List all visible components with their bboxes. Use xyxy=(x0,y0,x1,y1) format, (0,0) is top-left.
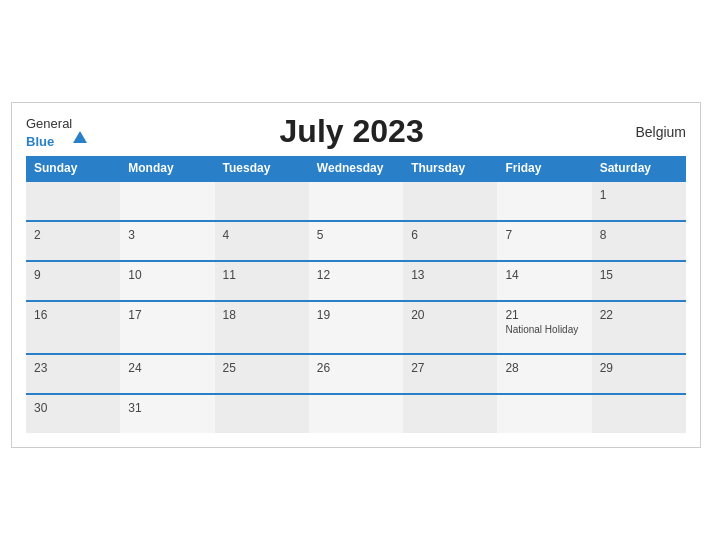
calendar-cell: 27 xyxy=(403,354,497,394)
calendar-cell: 20 xyxy=(403,301,497,354)
calendar-cell: 21National Holiday xyxy=(497,301,591,354)
calendar-cell xyxy=(403,394,497,433)
day-number: 17 xyxy=(128,308,206,322)
day-number: 10 xyxy=(128,268,206,282)
day-number: 29 xyxy=(600,361,678,375)
calendar-cell: 2 xyxy=(26,221,120,261)
calendar-cell: 25 xyxy=(215,354,309,394)
calendar-cell: 6 xyxy=(403,221,497,261)
calendar-cell xyxy=(309,181,403,221)
day-event: National Holiday xyxy=(505,324,583,335)
day-number: 7 xyxy=(505,228,583,242)
calendar-cell: 19 xyxy=(309,301,403,354)
week-row-1: 1 xyxy=(26,181,686,221)
calendar-cell: 18 xyxy=(215,301,309,354)
day-number: 5 xyxy=(317,228,395,242)
calendar-cell: 15 xyxy=(592,261,686,301)
day-number: 1 xyxy=(600,188,678,202)
weekday-header-sunday: Sunday xyxy=(26,156,120,181)
day-number: 12 xyxy=(317,268,395,282)
calendar-cell xyxy=(215,181,309,221)
weekday-header-friday: Friday xyxy=(497,156,591,181)
calendar-cell: 10 xyxy=(120,261,214,301)
day-number: 24 xyxy=(128,361,206,375)
logo-general: General xyxy=(26,116,72,131)
day-number: 16 xyxy=(34,308,112,322)
weekday-header-tuesday: Tuesday xyxy=(215,156,309,181)
calendar-table: SundayMondayTuesdayWednesdayThursdayFrid… xyxy=(26,156,686,433)
day-number: 2 xyxy=(34,228,112,242)
calendar-cell: 13 xyxy=(403,261,497,301)
country-label: Belgium xyxy=(616,124,686,140)
calendar-cell: 26 xyxy=(309,354,403,394)
day-number: 23 xyxy=(34,361,112,375)
week-row-4: 161718192021National Holiday22 xyxy=(26,301,686,354)
day-number: 18 xyxy=(223,308,301,322)
day-number: 20 xyxy=(411,308,489,322)
day-number: 3 xyxy=(128,228,206,242)
day-number: 21 xyxy=(505,308,583,322)
day-number: 13 xyxy=(411,268,489,282)
day-number: 15 xyxy=(600,268,678,282)
calendar: General Blue July 2023 Belgium SundayMon… xyxy=(11,102,701,448)
calendar-cell: 23 xyxy=(26,354,120,394)
week-row-3: 9101112131415 xyxy=(26,261,686,301)
day-number: 22 xyxy=(600,308,678,322)
day-number: 27 xyxy=(411,361,489,375)
calendar-header: General Blue July 2023 Belgium xyxy=(26,113,686,150)
weekday-header-monday: Monday xyxy=(120,156,214,181)
day-number: 19 xyxy=(317,308,395,322)
calendar-cell xyxy=(403,181,497,221)
calendar-cell: 30 xyxy=(26,394,120,433)
calendar-cell: 22 xyxy=(592,301,686,354)
calendar-cell: 4 xyxy=(215,221,309,261)
month-title: July 2023 xyxy=(87,113,616,150)
calendar-cell: 16 xyxy=(26,301,120,354)
calendar-cell xyxy=(215,394,309,433)
day-number: 25 xyxy=(223,361,301,375)
calendar-cell: 11 xyxy=(215,261,309,301)
day-number: 28 xyxy=(505,361,583,375)
calendar-cell: 7 xyxy=(497,221,591,261)
day-number: 14 xyxy=(505,268,583,282)
weekday-header-thursday: Thursday xyxy=(403,156,497,181)
calendar-cell: 31 xyxy=(120,394,214,433)
calendar-cell xyxy=(120,181,214,221)
calendar-cell xyxy=(497,394,591,433)
weekday-header-saturday: Saturday xyxy=(592,156,686,181)
logo-triangle-icon xyxy=(73,114,87,143)
week-row-2: 2345678 xyxy=(26,221,686,261)
day-number: 6 xyxy=(411,228,489,242)
weekday-header-row: SundayMondayTuesdayWednesdayThursdayFrid… xyxy=(26,156,686,181)
weekday-header-wednesday: Wednesday xyxy=(309,156,403,181)
week-row-6: 3031 xyxy=(26,394,686,433)
day-number: 8 xyxy=(600,228,678,242)
day-number: 9 xyxy=(34,268,112,282)
week-row-5: 23242526272829 xyxy=(26,354,686,394)
calendar-cell: 1 xyxy=(592,181,686,221)
day-number: 11 xyxy=(223,268,301,282)
calendar-cell: 24 xyxy=(120,354,214,394)
day-number: 31 xyxy=(128,401,206,415)
day-number: 30 xyxy=(34,401,112,415)
calendar-cell: 28 xyxy=(497,354,591,394)
calendar-cell: 3 xyxy=(120,221,214,261)
calendar-cell: 14 xyxy=(497,261,591,301)
calendar-cell xyxy=(309,394,403,433)
calendar-cell xyxy=(592,394,686,433)
logo: General Blue xyxy=(26,114,87,150)
calendar-cell xyxy=(497,181,591,221)
calendar-cell: 12 xyxy=(309,261,403,301)
calendar-cell: 17 xyxy=(120,301,214,354)
logo-blue: Blue xyxy=(26,134,54,149)
calendar-cell: 29 xyxy=(592,354,686,394)
calendar-cell xyxy=(26,181,120,221)
day-number: 26 xyxy=(317,361,395,375)
day-number: 4 xyxy=(223,228,301,242)
logo-text-block: General Blue xyxy=(26,114,87,150)
calendar-cell: 8 xyxy=(592,221,686,261)
calendar-cell: 5 xyxy=(309,221,403,261)
calendar-cell: 9 xyxy=(26,261,120,301)
